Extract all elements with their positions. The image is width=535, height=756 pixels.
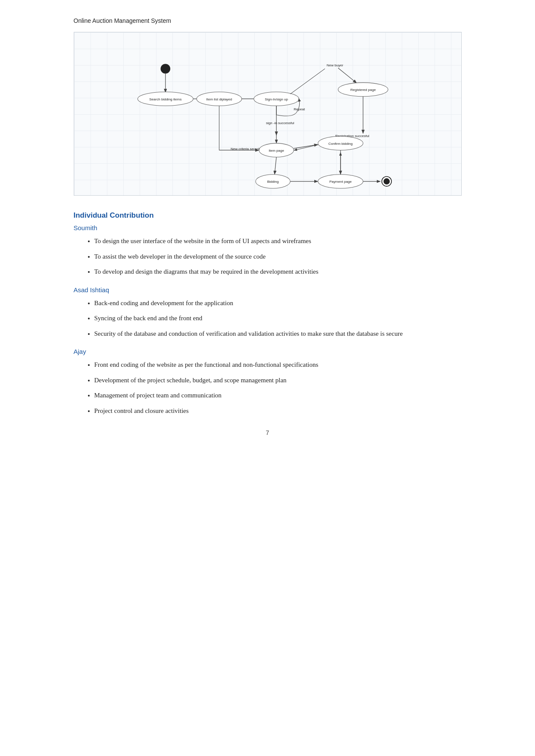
asad-bullet-1: Back-end coding and development for the … (94, 298, 462, 309)
ajay-bullet-3: Management of project team and communica… (94, 390, 462, 401)
arrow-newbuyer-regpage (338, 68, 356, 83)
asad-section: Asad Ishtiaq Back-end coding and develop… (74, 286, 462, 340)
ajay-bullet-1: Front end coding of the website as per t… (94, 359, 462, 371)
soumith-bullet-1: To design the user interface of the webs… (94, 236, 462, 247)
ajay-name: Ajay (74, 348, 462, 355)
page-number: 7 (74, 429, 462, 436)
ajay-section: Ajay Front end coding of the website as … (74, 348, 462, 416)
start-node (160, 64, 170, 74)
arrow-itempage-confirmbidding (294, 145, 317, 149)
end-inner-circle (383, 178, 389, 184)
arrow-signin-newbuyer (290, 69, 325, 94)
asad-bullet-2: Syncing of the back end and the front en… (94, 313, 462, 324)
paymentpage-label: Payment page (329, 180, 351, 184)
bidding-label: Bidding (267, 180, 278, 184)
ajay-bullet-2: Development of the project schedule, bud… (94, 375, 462, 386)
ajay-bullets: Front end coding of the website as per t… (94, 359, 462, 416)
newbuyer-label: New buyer (326, 63, 343, 67)
arrow-itempage-bidding (275, 157, 276, 174)
diagram-container: Search bidding items Item list diplayed … (74, 32, 462, 196)
document-title: Online Auction Management System (74, 17, 462, 24)
confirmbidding-label: Confirm bidding (328, 142, 352, 146)
individual-contribution-heading: Individual Contribution (74, 211, 462, 220)
soumith-bullets: To design the user interface of the webs… (94, 236, 462, 278)
soumith-bullet-2: To assist the web developer in the devel… (94, 251, 462, 262)
ajay-bullet-4: Project control and closure activities (94, 406, 462, 417)
signin-label: Sign-In/sign up (265, 97, 288, 101)
soumith-bullet-3: To develop and design the diagrams that … (94, 266, 462, 278)
page-container: Online Auction Management System Search … (74, 0, 462, 462)
newcriteria-label: New criteria serach (230, 147, 260, 151)
soumith-name: Soumith (74, 224, 462, 231)
search-label: Search bidding items (149, 97, 181, 101)
registeredpage-label: Registered page (350, 88, 375, 92)
itemlist-label: Item list diplayed (206, 97, 232, 101)
soumith-section: Soumith To design the user interface of … (74, 224, 462, 278)
activity-diagram: Search bidding items Item list diplayed … (74, 32, 461, 195)
asad-name: Asad Ishtiaq (74, 286, 462, 294)
asad-bullet-3: Security of the database and conduction … (94, 328, 462, 340)
asad-bullets: Back-end coding and development for the … (94, 298, 462, 340)
itempage-label: Item page (269, 149, 284, 153)
repeat-label: Repeat (294, 107, 305, 111)
signinsuccessful-label: sign -in successful (266, 121, 294, 125)
individual-contribution-section: Individual Contribution Soumith To desig… (74, 211, 462, 416)
